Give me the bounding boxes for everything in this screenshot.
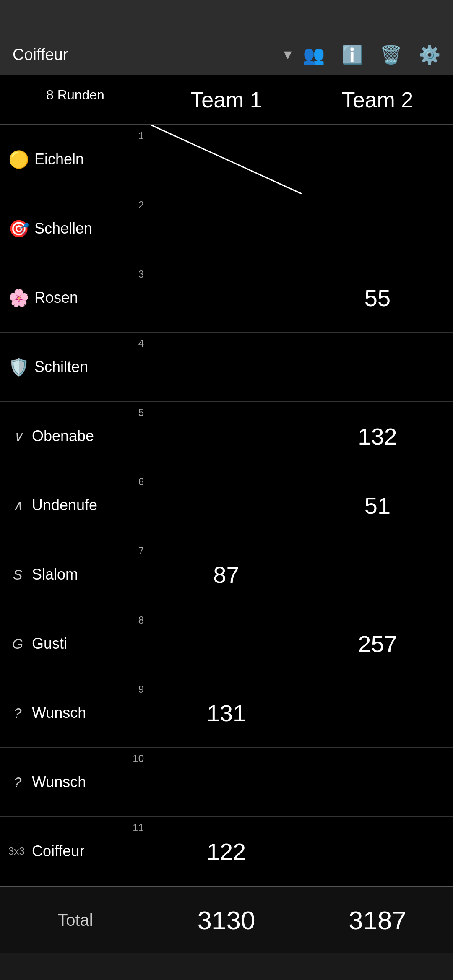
row-label-eicheln: 🟡 Eicheln 1 — [0, 125, 151, 194]
coiffeur-icon: 3x3 — [8, 845, 27, 857]
schellen-team2[interactable] — [302, 194, 453, 263]
delete-icon[interactable]: 🗑️ — [380, 44, 402, 65]
table-row[interactable]: ∨ Obenabe 5 132 — [0, 402, 453, 471]
schellen-label: Schellen — [34, 220, 92, 237]
table-row[interactable]: 🎯 Schellen 2 — [0, 194, 453, 263]
schilten-team2[interactable] — [302, 333, 453, 401]
eicheln-label: Eicheln — [34, 151, 84, 168]
obenabe-team1[interactable] — [151, 402, 302, 471]
gusti-icon: G — [8, 636, 27, 652]
row-num-4: 4 — [138, 338, 144, 349]
row-num-2: 2 — [138, 199, 144, 211]
schilten-icon: 🛡️ — [8, 357, 29, 377]
team1-header: Team 1 — [151, 75, 302, 124]
row-label-slalom: S Slalom 7 — [0, 540, 151, 609]
row-label-obenabe: ∨ Obenabe 5 — [0, 402, 151, 471]
table-row[interactable]: 🛡️ Schilten 4 — [0, 333, 453, 402]
wunsch10-icon: ? — [8, 774, 27, 790]
wunsch9-team1[interactable]: 131 — [151, 678, 302, 747]
schellen-team1[interactable] — [151, 194, 302, 263]
row-num-9: 9 — [138, 684, 144, 695]
table-row[interactable]: ∧ Undenufe 6 51 — [0, 471, 453, 540]
table-row[interactable]: 🟡 Eicheln 1 — [0, 125, 453, 194]
table-row[interactable]: ? Wunsch 10 — [0, 748, 453, 817]
coiffeur-team1[interactable]: 122 — [151, 817, 302, 886]
total-row: Total 3130 3187 — [0, 886, 453, 953]
gusti-team1[interactable] — [151, 609, 302, 678]
status-bar — [0, 0, 453, 34]
rosen-team1[interactable] — [151, 263, 302, 332]
coiffeur-label: Coiffeur — [32, 842, 84, 860]
wunsch9-team2[interactable] — [302, 678, 453, 747]
schilten-label: Schilten — [34, 358, 88, 376]
row-label-coiffeur: 3x3 Coiffeur 11 — [0, 817, 151, 886]
row-num-1: 1 — [138, 130, 144, 142]
table-header: 8 Runden Team 1 Team 2 — [0, 75, 453, 125]
schilten-team1[interactable] — [151, 333, 302, 401]
rosen-label: Rosen — [34, 289, 78, 307]
row-label-undenufe: ∧ Undenufe 6 — [0, 471, 151, 540]
coiffeur-team2[interactable] — [302, 817, 453, 886]
undenufe-label: Undenufe — [32, 496, 97, 514]
obenabe-team2[interactable]: 132 — [302, 402, 453, 471]
total-team2: 3187 — [302, 887, 453, 953]
svg-line-0 — [151, 125, 302, 194]
total-team1: 3130 — [151, 887, 302, 953]
row-label-wunsch10: ? Wunsch 10 — [0, 748, 151, 816]
obenabe-label: Obenabe — [32, 427, 94, 445]
row-label-schilten: 🛡️ Schilten 4 — [0, 333, 151, 401]
wunsch10-team1[interactable] — [151, 748, 302, 816]
undenufe-team1[interactable] — [151, 471, 302, 540]
row-label-wunsch9: ? Wunsch 9 — [0, 678, 151, 747]
undenufe-icon: ∧ — [8, 497, 27, 514]
eicheln-team1[interactable] — [151, 125, 302, 194]
table-row[interactable]: S Slalom 7 87 — [0, 540, 453, 609]
wunsch9-label: Wunsch — [32, 704, 86, 722]
row-label-rosen: 🌸 Rosen 3 — [0, 263, 151, 332]
settings-icon[interactable]: ⚙️ — [419, 44, 440, 65]
total-label: Total — [0, 887, 151, 953]
row-num-5: 5 — [138, 407, 144, 419]
wunsch9-icon: ? — [8, 705, 27, 721]
dropdown-icon[interactable]: ▼ — [281, 47, 294, 62]
score-table: 8 Runden Team 1 Team 2 🟡 Eicheln 1 🎯 Sch… — [0, 75, 453, 953]
gusti-team2[interactable]: 257 — [302, 609, 453, 678]
row-num-6: 6 — [138, 476, 144, 488]
undenufe-team2[interactable]: 51 — [302, 471, 453, 540]
schellen-icon: 🎯 — [8, 219, 29, 239]
row-num-10: 10 — [133, 753, 144, 764]
users-icon[interactable]: 👥 — [303, 44, 325, 65]
team2-header: Team 2 — [302, 75, 453, 124]
toolbar-icons: 👥 ℹ️ 🗑️ ⚙️ — [303, 44, 440, 65]
table-row[interactable]: G Gusti 8 257 — [0, 609, 453, 678]
eicheln-icon: 🟡 — [8, 150, 29, 169]
slalom-label: Slalom — [32, 566, 78, 583]
slalom-team1[interactable]: 87 — [151, 540, 302, 609]
rosen-icon: 🌸 — [8, 288, 29, 308]
wunsch10-label: Wunsch — [32, 773, 86, 791]
row-label-schellen: 🎯 Schellen 2 — [0, 194, 151, 263]
row-num-8: 8 — [138, 614, 144, 626]
table-row[interactable]: 3x3 Coiffeur 11 122 — [0, 817, 453, 886]
gusti-label: Gusti — [32, 635, 67, 652]
table-row[interactable]: 🌸 Rosen 3 55 — [0, 263, 453, 333]
toolbar: Coiffeur ▼ 👥 ℹ️ 🗑️ ⚙️ — [0, 34, 453, 75]
wunsch10-team2[interactable] — [302, 748, 453, 816]
table-row[interactable]: ? Wunsch 9 131 — [0, 678, 453, 748]
row-label-gusti: G Gusti 8 — [0, 609, 151, 678]
row-num-3: 3 — [138, 268, 144, 280]
rosen-team2[interactable]: 55 — [302, 263, 453, 332]
row-num-7: 7 — [138, 545, 144, 557]
slalom-team2[interactable] — [302, 540, 453, 609]
app-title: Coiffeur — [13, 46, 273, 64]
eicheln-team2[interactable] — [302, 125, 453, 194]
row-num-11: 11 — [133, 822, 144, 834]
info-icon[interactable]: ℹ️ — [341, 44, 363, 65]
obenabe-icon: ∨ — [8, 428, 27, 445]
rounds-header: 8 Runden — [0, 75, 151, 124]
slalom-icon: S — [8, 567, 27, 583]
